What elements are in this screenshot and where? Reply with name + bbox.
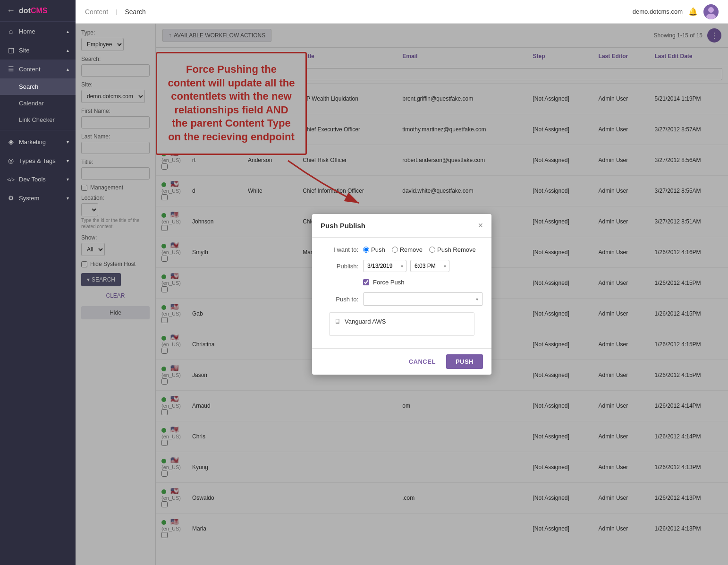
sidebar-item-marketing[interactable]: ◈ Marketing ▾ <box>0 132 76 151</box>
push-to-list-item: 🖥 Vanguard AWS <box>334 316 469 327</box>
sidebar-item-system[interactable]: ⚙ System ▾ <box>0 188 76 207</box>
sidebar-item-home[interactable]: ⌂ Home ▴ <box>0 22 76 41</box>
modal-title: Push Publish <box>321 222 365 230</box>
system-icon: ⚙ <box>7 194 15 202</box>
topbar: Content | Search demo.dotcms.com 🔔 <box>76 0 728 24</box>
sidebar-sub-calendar-label: Calendar <box>19 100 44 107</box>
user-avatar[interactable] <box>703 4 719 19</box>
sidebar-sub-link-checker-label: Link Checker <box>19 116 55 123</box>
main-area: Content | Search demo.dotcms.com 🔔 Type:… <box>76 0 728 565</box>
radio-push[interactable]: Push <box>363 246 385 253</box>
home-icon: ⌂ <box>7 27 15 35</box>
i-want-to-label: I want to: <box>321 246 358 253</box>
topbar-current-page: Search <box>125 8 145 16</box>
chevron-content: ▴ <box>67 67 69 72</box>
sidebar: ← dotCMS ⌂ Home ▴ ◫ Site ▴ ☰ Content ▴ S… <box>0 0 76 565</box>
sidebar-item-types[interactable]: ◎ Types & Tags ▾ <box>0 151 76 170</box>
push-to-list: 🖥 Vanguard AWS <box>329 312 474 336</box>
sidebar-sub-search[interactable]: Search <box>0 78 76 95</box>
logo-text: dotCMS <box>19 7 47 15</box>
publish-label: Publish: <box>321 263 358 270</box>
svg-point-1 <box>706 14 716 19</box>
sidebar-item-content[interactable]: ☰ Content ▴ <box>0 60 76 78</box>
chevron-dev-tools: ▾ <box>67 177 69 182</box>
cancel-button[interactable]: CANCEL <box>403 354 441 369</box>
radio-remove-label: Remove <box>400 246 423 253</box>
sidebar-label-system: System <box>19 195 39 202</box>
domain-label: demo.dotcms.com <box>633 8 683 15</box>
push-to-select-content: Vanguard AWS <box>363 292 483 306</box>
server-icon: 🖥 <box>334 317 341 325</box>
time-select[interactable]: 6:03 PM <box>410 260 449 272</box>
sidebar-label-marketing: Marketing <box>19 138 46 146</box>
date-select-wrap: 3/13/2019 <box>363 260 406 272</box>
radio-push-remove-input[interactable] <box>429 247 435 253</box>
push-button[interactable]: PUSH <box>446 354 483 369</box>
i-want-to-row: I want to: Push Remove <box>321 246 483 253</box>
push-publish-modal: Push Publish × I want to: Push <box>312 214 491 375</box>
push-to-env-name: Vanguard AWS <box>345 318 386 325</box>
force-push-label: Force Push <box>373 279 404 286</box>
force-push-content: Force Push <box>363 279 483 286</box>
back-icon[interactable]: ← <box>7 6 15 16</box>
modal-overlay: Push Publish × I want to: Push <box>76 24 728 565</box>
sidebar-sub-calendar[interactable]: Calendar <box>0 95 76 111</box>
bell-icon[interactable]: 🔔 <box>688 7 698 16</box>
close-icon: × <box>478 221 483 230</box>
chevron-marketing: ▾ <box>67 139 69 145</box>
sidebar-item-dev-tools[interactable]: </> Dev Tools ▾ <box>0 170 76 188</box>
sidebar-logo: ← dotCMS <box>0 0 76 22</box>
divider-1 <box>0 130 76 130</box>
push-to-select-row: Push to: Vanguard AWS <box>321 292 483 306</box>
dev-tools-icon: </> <box>7 177 15 182</box>
date-select[interactable]: 3/13/2019 <box>363 260 406 272</box>
force-push-row: Force Push <box>321 279 483 286</box>
modal-body: I want to: Push Remove <box>312 238 491 348</box>
modal-footer: CANCEL PUSH <box>312 348 491 375</box>
radio-push-remove[interactable]: Push Remove <box>429 246 476 253</box>
logo-cms: CMS <box>31 7 48 15</box>
radio-push-input[interactable] <box>363 247 369 253</box>
sidebar-label-content: Content <box>19 66 41 73</box>
push-to-label: Push to: <box>321 296 358 303</box>
chevron-home: ▴ <box>67 29 69 34</box>
publish-row: Publish: 3/13/2019 6:03 PM <box>321 260 483 272</box>
breadcrumb-separator: | <box>116 8 117 15</box>
sidebar-label-home: Home <box>19 28 35 35</box>
force-push-checkbox-row: Force Push <box>363 279 404 286</box>
breadcrumb: Content <box>85 8 108 16</box>
sidebar-sub-search-label: Search <box>19 83 38 90</box>
sidebar-label-site: Site <box>19 47 29 54</box>
chevron-site: ▴ <box>67 48 69 53</box>
force-push-checkbox[interactable] <box>363 279 369 285</box>
site-icon: ◫ <box>7 46 15 54</box>
chevron-types: ▾ <box>67 158 69 163</box>
publish-inputs: 3/13/2019 6:03 PM <box>363 260 483 272</box>
chevron-system: ▾ <box>67 196 69 201</box>
radio-push-label: Push <box>371 246 385 253</box>
radio-push-remove-label: Push Remove <box>437 246 476 253</box>
push-to-row: Push to: Vanguard AWS <box>321 292 483 336</box>
push-to-select-wrap: Vanguard AWS <box>363 292 483 306</box>
radio-group: Push Remove Push Remove <box>363 246 476 253</box>
i-want-to-options: Push Remove Push Remove <box>363 246 483 253</box>
topbar-right: demo.dotcms.com 🔔 <box>633 4 719 19</box>
modal-close-button[interactable]: × <box>478 221 483 231</box>
types-icon: ◎ <box>7 157 15 164</box>
content-icon: ☰ <box>7 65 15 73</box>
svg-point-0 <box>708 7 714 13</box>
marketing-icon: ◈ <box>7 138 15 146</box>
sidebar-item-site[interactable]: ◫ Site ▴ <box>0 41 76 60</box>
sidebar-label-types: Types & Tags <box>19 157 56 164</box>
radio-remove-input[interactable] <box>392 247 398 253</box>
radio-remove[interactable]: Remove <box>392 246 423 253</box>
push-to-select[interactable]: Vanguard AWS <box>363 292 483 306</box>
time-select-wrap: 6:03 PM <box>410 260 449 272</box>
content-area: Type: Employee Search: Site: demo.dotcms… <box>76 24 728 565</box>
modal-header: Push Publish × <box>312 214 491 238</box>
sidebar-sub-link-checker[interactable]: Link Checker <box>0 111 76 128</box>
push-to-list-container: 🖥 Vanguard AWS <box>321 312 483 336</box>
sidebar-label-dev-tools: Dev Tools <box>19 176 46 183</box>
